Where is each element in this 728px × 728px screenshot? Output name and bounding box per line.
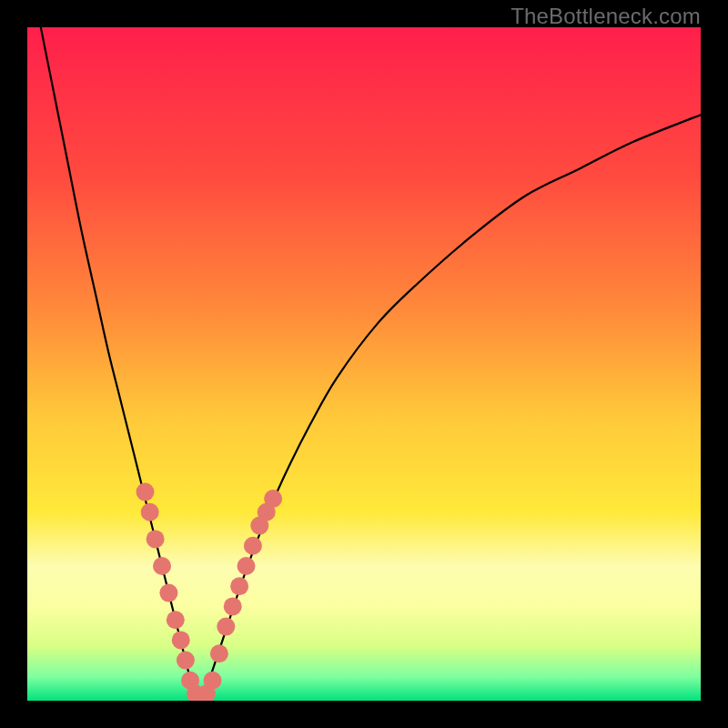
highlight-dot (167, 611, 185, 629)
highlight-dot (147, 530, 165, 548)
highlight-dot (159, 584, 177, 602)
highlight-dot (210, 644, 228, 662)
highlight-dot (224, 597, 242, 615)
highlight-dots (136, 483, 283, 701)
highlight-dot (217, 618, 235, 636)
curve-layer (27, 27, 701, 701)
chart-stage: TheBottleneck.com (0, 0, 728, 728)
plot-area (27, 27, 701, 701)
highlight-dot (153, 557, 171, 575)
highlight-dot (204, 672, 222, 690)
watermark-label: TheBottleneck.com (511, 4, 701, 29)
highlight-dot (172, 631, 190, 649)
right-branch-curve (202, 115, 701, 701)
highlight-dot (136, 483, 155, 501)
highlight-dot (238, 557, 256, 575)
highlight-dot (230, 577, 248, 595)
highlight-dot (141, 503, 159, 521)
highlight-dot (177, 652, 195, 670)
highlight-dot (264, 490, 282, 508)
highlight-dot (244, 537, 262, 555)
